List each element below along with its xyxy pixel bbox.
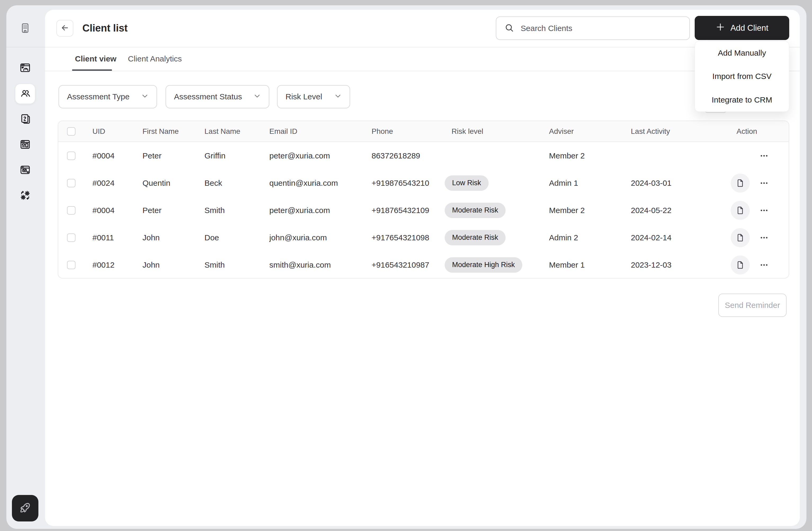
cell-adviser: Member 2 bbox=[549, 151, 631, 160]
row-checkbox[interactable] bbox=[67, 233, 75, 242]
row-menu-button[interactable] bbox=[757, 176, 771, 190]
filter-assessment-status[interactable]: Assessment Status bbox=[165, 85, 269, 109]
filter-label: Assessment Type bbox=[67, 92, 130, 101]
filter-risk-level[interactable]: Risk Level bbox=[277, 85, 350, 109]
menu-item-integrate-crm[interactable]: Integrate to CRM bbox=[695, 88, 789, 112]
cell-action bbox=[731, 146, 789, 166]
row-checkbox[interactable] bbox=[67, 261, 75, 269]
cell-last-name: Doe bbox=[204, 233, 269, 242]
cell-uid: #0024 bbox=[92, 178, 143, 188]
launch-button[interactable] bbox=[12, 495, 39, 521]
cell-last-name: Smith bbox=[204, 206, 269, 215]
table-row: #0024QuentinBeckquentin@xuria.com+919876… bbox=[58, 169, 789, 197]
menu-item-add-manually[interactable]: Add Manually bbox=[695, 41, 789, 64]
rocket-icon bbox=[19, 501, 31, 515]
cell-adviser: Member 1 bbox=[549, 260, 631, 270]
file-button[interactable] bbox=[731, 201, 750, 220]
tabs-divider bbox=[45, 71, 800, 71]
row-menu-button[interactable] bbox=[757, 203, 771, 218]
file-button[interactable] bbox=[731, 255, 750, 274]
cell-adviser: Member 2 bbox=[549, 206, 631, 215]
cell-last-activity: 2023-12-03 bbox=[631, 260, 737, 270]
table-row: #0004PeterGriffinpeter@xuria.com86372618… bbox=[58, 142, 789, 169]
assessment-question-icon[interactable] bbox=[19, 113, 31, 125]
col-last-activity: Last Activity bbox=[631, 127, 737, 136]
cell-phone: +918765432109 bbox=[372, 206, 452, 215]
add-client-menu: Add Manually Import from CSV Integrate t… bbox=[695, 41, 789, 112]
row-menu-button[interactable] bbox=[757, 258, 771, 272]
filter-label: Risk Level bbox=[286, 92, 322, 101]
clients-icon bbox=[19, 88, 31, 100]
tab-client-analytics[interactable]: Client Analytics bbox=[128, 54, 182, 63]
col-phone: Phone bbox=[372, 127, 452, 136]
filter-label: Assessment Status bbox=[174, 92, 242, 101]
cell-action bbox=[731, 201, 789, 220]
cell-first-name: John bbox=[143, 260, 204, 270]
row-checkbox[interactable] bbox=[67, 179, 75, 187]
sidebar-divider bbox=[6, 47, 45, 47]
risk-level-badge: Moderate Risk bbox=[445, 230, 506, 245]
cell-phone: +919876543210 bbox=[372, 178, 452, 188]
arrow-left-icon bbox=[60, 23, 69, 33]
select-all-checkbox[interactable] bbox=[67, 127, 75, 136]
cell-action bbox=[731, 174, 789, 192]
risk-level-badge: Moderate High Risk bbox=[445, 257, 522, 273]
sidebar-item-clients[interactable] bbox=[15, 84, 35, 104]
cell-adviser: Admin 1 bbox=[549, 178, 631, 188]
table-row: #0004PeterSmithpeter@xuria.com+918765432… bbox=[58, 197, 789, 224]
col-uid: UID bbox=[92, 127, 143, 136]
cell-phone: +916543210987 bbox=[372, 260, 452, 270]
cell-first-name: Peter bbox=[143, 206, 204, 215]
cell-last-name: Beck bbox=[204, 178, 269, 188]
cell-last-name: Griffin bbox=[204, 151, 269, 160]
table-body: #0004PeterGriffinpeter@xuria.com86372618… bbox=[58, 142, 789, 278]
cell-action bbox=[731, 228, 789, 247]
row-checkbox[interactable] bbox=[67, 206, 75, 215]
cell-first-name: Quentin bbox=[143, 178, 204, 188]
plus-icon bbox=[715, 22, 725, 34]
table-row: #0012JohnSmithsmith@xuria.com+9165432109… bbox=[58, 251, 789, 278]
risk-level-badge: Moderate Risk bbox=[445, 203, 506, 218]
add-client-label: Add Client bbox=[730, 23, 768, 33]
cell-first-name: John bbox=[143, 233, 204, 242]
cell-email: smith@xuria.com bbox=[269, 260, 372, 270]
col-action: Action bbox=[737, 127, 789, 136]
cell-last-name: Smith bbox=[204, 260, 269, 270]
client-table: UID First Name Last Name Email ID Phone … bbox=[58, 120, 789, 278]
send-reminder-button[interactable]: Send Reminder bbox=[718, 293, 786, 317]
menu-item-import-csv[interactable]: Import from CSV bbox=[695, 64, 789, 88]
add-client-button[interactable]: Add Client bbox=[695, 16, 789, 40]
chevron-down-icon bbox=[134, 92, 149, 102]
app-window: Client list Add Client Add Manually Impo… bbox=[6, 5, 807, 529]
file-button[interactable] bbox=[731, 174, 750, 192]
cell-phone: +917654321098 bbox=[372, 233, 452, 242]
filter-assessment-type[interactable]: Assessment Type bbox=[59, 85, 157, 109]
chevron-down-icon bbox=[327, 92, 342, 102]
table-row: #0011JohnDoejohn@xuria.com+917654321098M… bbox=[58, 224, 789, 251]
dashboard-icon[interactable] bbox=[19, 62, 31, 74]
cell-email: peter@xuria.com bbox=[269, 206, 372, 215]
cell-last-activity: 2024-05-22 bbox=[631, 206, 737, 215]
col-adviser: Adviser bbox=[549, 127, 631, 136]
search-input[interactable] bbox=[521, 24, 681, 33]
automation-gears-icon[interactable] bbox=[19, 189, 31, 201]
row-menu-button[interactable] bbox=[757, 230, 771, 245]
main-content: Client list Add Client Add Manually Impo… bbox=[45, 10, 800, 526]
file-button[interactable] bbox=[731, 228, 750, 247]
header-divider bbox=[45, 47, 800, 47]
layout-window-icon[interactable] bbox=[19, 139, 31, 150]
cell-phone: 86372618289 bbox=[372, 151, 452, 160]
back-button[interactable] bbox=[56, 20, 73, 37]
sidebar bbox=[6, 5, 45, 529]
cell-email: peter@xuria.com bbox=[269, 151, 372, 160]
tab-client-view[interactable]: Client view bbox=[75, 54, 117, 63]
col-last-name: Last Name bbox=[204, 127, 269, 136]
building-icon[interactable] bbox=[19, 22, 31, 34]
cell-last-activity: 2024-02-14 bbox=[631, 233, 737, 242]
row-checkbox[interactable] bbox=[67, 152, 75, 160]
col-risk-level: Risk level bbox=[452, 127, 549, 136]
mail-export-icon[interactable] bbox=[19, 164, 31, 176]
col-email: Email ID bbox=[269, 127, 372, 136]
cell-email: john@xuria.com bbox=[269, 233, 372, 242]
row-menu-button[interactable] bbox=[757, 148, 771, 163]
